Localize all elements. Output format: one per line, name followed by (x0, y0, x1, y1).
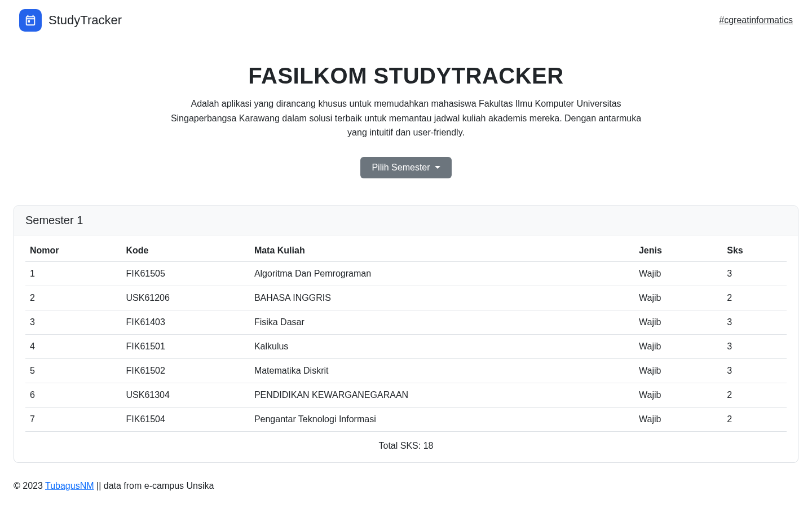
cell-nomor: 3 (25, 310, 122, 334)
brand-text: StudyTracker (48, 13, 122, 28)
cell-kode: FIK61501 (122, 334, 250, 358)
cell-nomor: 2 (25, 286, 122, 310)
navbar: StudyTracker #cgreatinformatics (0, 0, 812, 41)
cell-jenis: Wajib (634, 407, 722, 431)
dropdown-label: Pilih Semester (372, 163, 430, 173)
cell-sks: 3 (722, 261, 787, 286)
cell-jenis: Wajib (634, 286, 722, 310)
chevron-down-icon (435, 166, 440, 169)
cell-jenis: Wajib (634, 310, 722, 334)
cell-sks: 2 (722, 286, 787, 310)
table-header-row: Nomor Kode Mata Kuliah Jenis Sks (25, 239, 787, 262)
cell-sks: 2 (722, 383, 787, 407)
cell-kode: FIK61502 (122, 358, 250, 383)
cell-kode: USK61304 (122, 383, 250, 407)
cell-kode: FIK61504 (122, 407, 250, 431)
page-description: Adalah aplikasi yang dirancang khusus un… (164, 97, 648, 140)
table-row: 5FIK61502Matematika DiskritWajib3 (25, 358, 787, 383)
total-sks: Total SKS: 18 (25, 432, 787, 453)
table-row: 3FIK61403Fisika DasarWajib3 (25, 310, 787, 334)
cell-sks: 3 (722, 310, 787, 334)
cell-mk: Algoritma Dan Pemrograman (250, 261, 634, 286)
card-header: Semester 1 (14, 206, 798, 235)
cell-jenis: Wajib (634, 383, 722, 407)
cell-sks: 3 (722, 334, 787, 358)
footer-author-link[interactable]: TubagusNM (45, 481, 94, 491)
page-title: FASILKOM STUDYTRACKER (164, 63, 648, 89)
footer-prefix: © 2023 (14, 481, 45, 491)
cell-kode: FIK61505 (122, 261, 250, 286)
cell-jenis: Wajib (634, 261, 722, 286)
cell-mk: Kalkulus (250, 334, 634, 358)
cell-sks: 2 (722, 407, 787, 431)
card-body: Nomor Kode Mata Kuliah Jenis Sks 1FIK615… (14, 235, 798, 462)
cell-kode: USK61206 (122, 286, 250, 310)
cell-mk: Pengantar Teknologi Informasi (250, 407, 634, 431)
course-table: Nomor Kode Mata Kuliah Jenis Sks 1FIK615… (25, 239, 787, 432)
hashtag-link[interactable]: #cgreatinformatics (719, 15, 793, 25)
cell-kode: FIK61403 (122, 310, 250, 334)
table-row: 7FIK61504Pengantar Teknologi InformasiWa… (25, 407, 787, 431)
col-kode: Kode (122, 239, 250, 262)
cell-mk: BAHASA INGGRIS (250, 286, 634, 310)
footer-suffix: || data from e-campus Unsika (94, 481, 214, 491)
col-sks: Sks (722, 239, 787, 262)
semester-card: Semester 1 Nomor Kode Mata Kuliah Jenis … (14, 205, 798, 463)
cell-nomor: 6 (25, 383, 122, 407)
table-row: 2USK61206BAHASA INGGRISWajib2 (25, 286, 787, 310)
col-jenis: Jenis (634, 239, 722, 262)
semester-dropdown[interactable]: Pilih Semester (360, 157, 451, 178)
cell-mk: Fisika Dasar (250, 310, 634, 334)
cell-sks: 3 (722, 358, 787, 383)
col-nomor: Nomor (25, 239, 122, 262)
cell-nomor: 7 (25, 407, 122, 431)
cell-nomor: 1 (25, 261, 122, 286)
cell-nomor: 4 (25, 334, 122, 358)
cell-nomor: 5 (25, 358, 122, 383)
hero: FASILKOM STUDYTRACKER Adalah aplikasi ya… (152, 63, 660, 178)
col-mk: Mata Kuliah (250, 239, 634, 262)
cell-mk: Matematika Diskrit (250, 358, 634, 383)
table-row: 4FIK61501KalkulusWajib3 (25, 334, 787, 358)
cell-jenis: Wajib (634, 358, 722, 383)
cell-jenis: Wajib (634, 334, 722, 358)
footer: © 2023 TubagusNM || data from e-campus U… (0, 474, 812, 508)
cell-mk: PENDIDIKAN KEWARGANEGARAAN (250, 383, 634, 407)
brand[interactable]: StudyTracker (19, 9, 122, 32)
table-row: 1FIK61505Algoritma Dan PemrogramanWajib3 (25, 261, 787, 286)
table-row: 6USK61304PENDIDIKAN KEWARGANEGARAANWajib… (25, 383, 787, 407)
calendar-icon (19, 9, 42, 32)
